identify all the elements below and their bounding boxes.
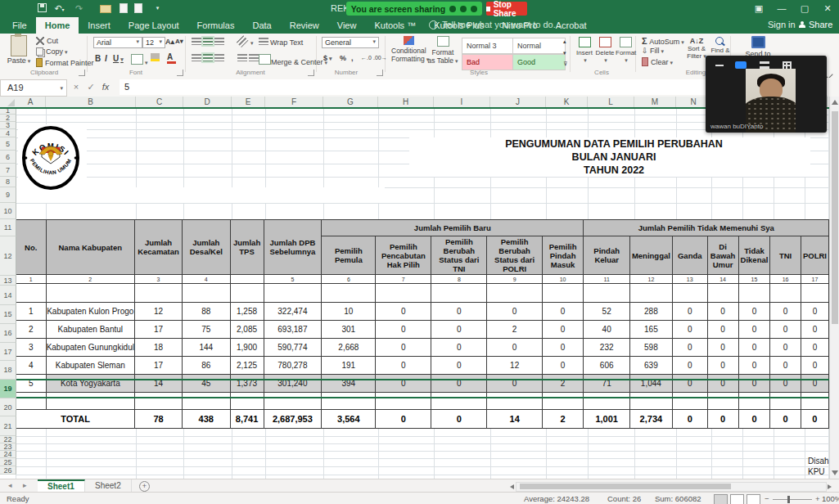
row-header-15[interactable]: 15 xyxy=(0,305,16,324)
ribbon-display-options-icon[interactable]: ▣ xyxy=(748,0,769,17)
scroll-left-icon[interactable] xyxy=(510,484,514,489)
scroll-up-icon[interactable] xyxy=(832,100,838,105)
row-header-13[interactable]: 13 xyxy=(0,276,16,286)
total-cell[interactable]: 2 xyxy=(542,410,584,429)
tell-me-box[interactable]: Tell me what you want to do... xyxy=(429,20,561,29)
data-cell[interactable]: 0 xyxy=(376,303,431,321)
ribbon-tab-insert[interactable]: Insert xyxy=(79,17,120,34)
empty-cell[interactable] xyxy=(322,284,376,303)
column-header-M[interactable]: M xyxy=(634,97,676,107)
empty-cell[interactable] xyxy=(46,393,135,410)
data-cell[interactable]: 0 xyxy=(487,303,542,321)
wrap-text-button[interactable]: Wrap Text xyxy=(259,38,303,47)
column-header-C[interactable]: C xyxy=(136,97,183,107)
add-sheet-button[interactable]: + xyxy=(139,481,150,492)
table-header[interactable]: Jumlah Kecamatan xyxy=(135,220,183,275)
empty-cell[interactable] xyxy=(46,284,135,303)
data-cell[interactable]: 0 xyxy=(770,357,801,375)
empty-cell[interactable] xyxy=(431,284,487,303)
column-header-H[interactable]: H xyxy=(378,97,434,107)
horizontal-scroll-thumb[interactable] xyxy=(520,484,731,489)
data-cell[interactable]: 14 xyxy=(135,375,183,393)
column-number-cell[interactable]: 3 xyxy=(135,275,183,284)
enter-icon[interactable]: ✓ xyxy=(83,79,98,95)
row-header-18[interactable]: 18 xyxy=(0,361,16,380)
column-number-cell[interactable]: 1 xyxy=(16,275,47,284)
column-number-cell[interactable]: 12 xyxy=(629,275,672,284)
table-subheader[interactable]: Pemilih Pencabutan Hak Pilih xyxy=(376,236,431,275)
cut-button[interactable]: Cut xyxy=(36,37,58,45)
borders-button[interactable]: ▾ xyxy=(131,54,148,66)
data-cell[interactable]: 0 xyxy=(431,321,487,339)
merge-center-button[interactable]: Merge & Center▾ xyxy=(259,54,327,66)
data-cell[interactable]: 4 xyxy=(16,357,47,375)
column-header-K[interactable]: K xyxy=(546,97,588,107)
table-subheader[interactable]: Di Bawah Umur xyxy=(707,236,738,275)
clipboard-dialog-launcher[interactable] xyxy=(79,70,85,76)
name-box[interactable]: A19▾ xyxy=(0,79,67,97)
fill-color-button[interactable] xyxy=(151,53,160,61)
data-cell[interactable]: 639 xyxy=(629,357,672,375)
data-cell[interactable]: 590,774 xyxy=(264,339,322,357)
empty-cell[interactable] xyxy=(376,284,431,303)
styles-gallery-down[interactable]: ▾ xyxy=(563,50,566,56)
font-size-select[interactable]: 12▾ xyxy=(142,37,165,48)
row-header-10[interactable]: 10 xyxy=(0,203,16,219)
data-cell[interactable]: 0 xyxy=(801,321,828,339)
column-number-cell[interactable]: 4 xyxy=(182,275,230,284)
column-header-E[interactable]: E xyxy=(232,97,265,107)
maximize-button[interactable]: ▢ xyxy=(794,0,815,17)
data-cell[interactable]: 0 xyxy=(707,303,738,321)
table-header[interactable]: Jumlah Desa/Kel xyxy=(182,220,230,275)
sheet-tab-sheet2[interactable]: Sheet2 xyxy=(85,479,132,492)
ribbon-tab-file[interactable]: File xyxy=(3,17,36,34)
sheet-tab-sheet1[interactable]: Sheet1 xyxy=(38,479,85,492)
data-cell[interactable]: 0 xyxy=(801,375,828,393)
table-subheader[interactable]: Pemilih Pemula xyxy=(322,236,376,275)
underline-button[interactable]: U▾ xyxy=(113,54,124,63)
empty-cell[interactable] xyxy=(629,284,672,303)
total-cell[interactable]: 2,734 xyxy=(629,410,672,429)
data-cell[interactable]: 0 xyxy=(738,339,770,357)
data-cell[interactable]: 2,085 xyxy=(230,321,264,339)
column-number-cell[interactable]: 6 xyxy=(322,275,376,284)
scroll-down-icon[interactable] xyxy=(832,470,838,475)
table-subheader[interactable]: Ganda xyxy=(672,236,707,275)
data-cell[interactable]: 693,187 xyxy=(264,321,322,339)
data-cell[interactable]: 0 xyxy=(672,321,707,339)
data-cell[interactable]: 301,240 xyxy=(264,375,322,393)
cloud-icon[interactable] xyxy=(460,6,467,12)
webcam-gallery-view-icon[interactable] xyxy=(783,61,792,69)
cell-style-normal[interactable]: Normal xyxy=(512,38,566,54)
fill-button[interactable]: ⇩ Fill▾ xyxy=(642,47,664,55)
vertical-align-buttons[interactable] xyxy=(192,38,226,47)
total-cell[interactable]: 3,564 xyxy=(322,410,376,429)
data-cell[interactable]: Kabupaten Kulon Progo xyxy=(46,303,135,321)
table-subheader[interactable]: Pemilih Pindah Masuk xyxy=(542,236,584,275)
format-as-table-button[interactable]: Format as Table▾ xyxy=(427,36,458,65)
data-cell[interactable]: Kota Yogyakarta xyxy=(46,375,135,393)
table-subheader[interactable]: Pemilih Berubah Status dari TNI xyxy=(431,236,487,275)
data-cell[interactable]: 0 xyxy=(801,303,828,321)
data-cell[interactable]: Kabupaten Sleman xyxy=(46,357,135,375)
data-cell[interactable]: 75 xyxy=(182,321,230,339)
column-number-cell[interactable]: 14 xyxy=(707,275,738,284)
normal-view-button[interactable] xyxy=(714,494,728,504)
data-cell[interactable]: 0 xyxy=(738,321,770,339)
insert-cells-button[interactable]: Insert▾ xyxy=(575,37,594,64)
empty-cell[interactable] xyxy=(770,284,801,303)
row-header-20[interactable]: 20 xyxy=(0,398,16,416)
data-cell[interactable]: 0 xyxy=(376,321,431,339)
row-header-8[interactable]: 8 xyxy=(0,177,16,187)
row-header-6[interactable]: 6 xyxy=(0,151,16,164)
webcam-speaker-view-icon[interactable] xyxy=(735,61,747,69)
total-cell[interactable]: 0 xyxy=(431,410,487,429)
accounting-format-button[interactable]: $▾ xyxy=(323,54,332,62)
alignment-dialog-launcher[interactable] xyxy=(308,70,314,76)
sheet-nav-right-icon[interactable]: ▸ xyxy=(23,481,27,489)
font-dialog-launcher[interactable] xyxy=(177,70,183,76)
data-cell[interactable]: 2 xyxy=(487,321,542,339)
grow-font-button[interactable]: A▴ xyxy=(165,38,174,46)
data-cell[interactable]: 0 xyxy=(672,357,707,375)
empty-cell[interactable] xyxy=(182,284,230,303)
